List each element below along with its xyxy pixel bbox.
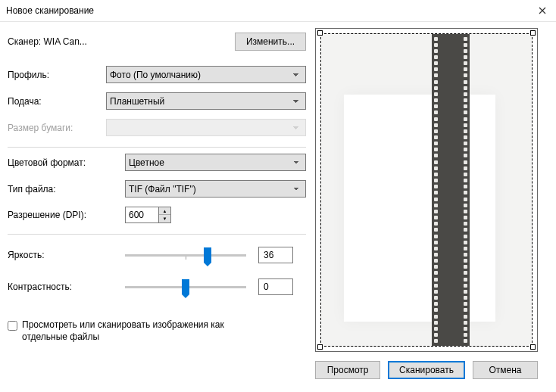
preview-area[interactable] [315,28,538,352]
separate-files-checkbox[interactable] [8,321,17,331]
preview-selection[interactable] [320,33,533,347]
contrast-slider[interactable] [125,278,246,295]
dpi-down-icon[interactable]: ▼ [159,215,170,222]
paper-size-label: Размер бумаги: [8,123,106,133]
separator [8,147,306,148]
paper-size-select [106,119,306,136]
color-format-select[interactable]: Цветное [125,154,306,171]
scan-button[interactable]: Сканировать [388,361,465,379]
contrast-label: Контрастность: [8,282,125,292]
brightness-input[interactable] [258,247,293,263]
separator [8,234,306,235]
preview-filmstrip [432,34,470,346]
contrast-input[interactable] [258,278,293,295]
dpi-up-icon[interactable]: ▲ [159,207,170,215]
footer-buttons: Просмотр Сканировать Отмена [315,352,548,379]
titlebar: Новое сканирование [0,0,556,22]
crop-handle-br[interactable] [530,344,536,350]
brightness-slider[interactable] [125,247,246,263]
change-scanner-button[interactable]: Изменить... [235,33,306,51]
profile-select[interactable]: Фото (По умолчанию) [106,66,306,83]
dpi-input[interactable] [125,207,158,223]
file-type-label: Тип файла: [8,184,125,194]
brightness-label: Яркость: [8,250,125,260]
file-type-select[interactable]: TIF (Файл "TIF") [125,180,306,198]
separate-files-label: Просмотреть или сканировать изображения … [22,319,249,343]
preview-button[interactable]: Просмотр [315,361,380,379]
dpi-stepper[interactable]: ▲ ▼ [125,207,171,223]
profile-label: Профиль: [8,70,106,80]
preview-background [344,95,495,322]
cancel-button[interactable]: Отмена [473,361,538,379]
dpi-label: Разрешение (DPI): [8,210,125,220]
crop-handle-tr[interactable] [530,30,536,36]
scanner-label: Сканер: WIA Can... [8,36,87,47]
source-select[interactable]: Планшетный [106,92,306,110]
crop-handle-bl[interactable] [317,344,323,350]
color-format-label: Цветовой формат: [8,157,125,168]
window-title: Новое сканирование [6,5,94,16]
close-icon[interactable] [536,5,548,17]
crop-handle-tl[interactable] [317,30,323,36]
source-label: Подача: [8,96,106,107]
settings-panel: Сканер: WIA Can... Изменить... Профиль: … [8,28,306,379]
